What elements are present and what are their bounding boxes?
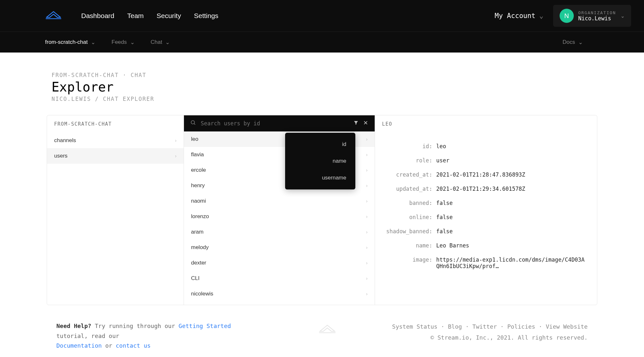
footer-link[interactable]: Blog	[448, 323, 462, 330]
detail-row: updated_at:2021-02-01T21:29:34.601578Z	[385, 182, 587, 196]
chevron-right-icon: ›	[366, 229, 368, 235]
filter-icon[interactable]	[353, 120, 359, 127]
user-row[interactable]: melody›	[184, 240, 375, 255]
chevron-right-icon: ›	[366, 168, 368, 173]
users-column: id name username leo›flavia›ercole›henry…	[184, 115, 375, 305]
detail-row: banned:false	[385, 196, 587, 210]
footer-link[interactable]: System Status	[392, 323, 437, 330]
detail-value: 2021-02-01T21:29:34.601578Z	[436, 186, 525, 192]
detail-row: created_at:2021-02-01T21:28:47.836893Z	[385, 168, 587, 182]
detail-row: image:https://media-exp1.licdn.com/dms/i…	[385, 253, 587, 273]
docs-dropdown[interactable]: Docs⌄	[562, 39, 583, 46]
chevron-right-icon: ›	[366, 152, 368, 157]
dropdown-item-name[interactable]: name	[285, 153, 355, 169]
footer-help: Need Help? Try running through our Getti…	[56, 321, 263, 351]
list-item-channels[interactable]: channels›	[47, 133, 184, 148]
detail-value: false	[436, 228, 453, 235]
nav-dashboard[interactable]: Dashboard	[81, 12, 114, 20]
detail-column: LEO id:leorole:usercreated_at:2021-02-01…	[375, 115, 597, 305]
footer-link[interactable]: View Website	[546, 323, 588, 330]
account-dropdown[interactable]: My Account ⌄	[495, 12, 543, 20]
chevron-right-icon: ›	[366, 183, 368, 188]
svg-point-0	[191, 121, 195, 124]
detail-key: shadow_banned:	[385, 228, 436, 235]
detail-row: online:false	[385, 210, 587, 224]
nav-team[interactable]: Team	[127, 12, 144, 20]
detail-value: false	[436, 214, 453, 220]
chevron-down-icon: ⌄	[578, 39, 583, 46]
feeds-dropdown[interactable]: Feeds⌄	[111, 39, 134, 46]
user-row[interactable]: naomi›	[184, 193, 375, 209]
dropdown-item-username[interactable]: username	[285, 169, 355, 186]
detail-value: leo	[436, 143, 446, 150]
detail-value: user	[436, 157, 449, 164]
detail-row: id:leo	[385, 139, 587, 153]
dropdown-item-id[interactable]: id	[285, 136, 355, 153]
user-row[interactable]: CLI›	[184, 271, 375, 286]
search-bar	[184, 115, 375, 131]
detail-value: https://media-exp1.licdn.com/dms/image/C…	[436, 256, 587, 269]
org-switcher[interactable]: N ORGANIZATION Nico.Lewis ⌄	[553, 5, 631, 27]
chevron-right-icon: ›	[175, 138, 177, 143]
chevron-right-icon: ›	[366, 260, 368, 265]
chevron-right-icon: ›	[175, 153, 177, 159]
user-row[interactable]: nicolewis›	[184, 286, 375, 302]
detail-row: name:Leo Barnes	[385, 238, 587, 253]
user-row[interactable]: aram›	[184, 224, 375, 240]
detail-row: shadow_banned:false	[385, 224, 587, 238]
detail-key: role:	[385, 157, 436, 164]
svg-line-1	[194, 123, 195, 125]
detail-key: image:	[385, 256, 436, 269]
detail-key: banned:	[385, 200, 436, 206]
chevron-right-icon: ›	[366, 214, 368, 219]
close-icon[interactable]	[363, 120, 368, 127]
page-subtitle: NICO.LEWIS / CHAT EXPLORER	[52, 96, 592, 102]
nav-settings[interactable]: Settings	[194, 12, 218, 20]
chevron-down-icon: ⌄	[620, 13, 625, 19]
org-name: Nico.Lewis	[578, 15, 616, 22]
chevron-down-icon: ⌄	[91, 39, 95, 46]
chevron-down-icon: ⌄	[165, 39, 170, 46]
detail-key: online:	[385, 214, 436, 220]
detail-key: created_at:	[385, 171, 436, 178]
sub-nav: from-scratch-chat⌄ Feeds⌄ Chat⌄ Docs⌄	[0, 32, 644, 53]
contact-us-link[interactable]: contact us	[116, 342, 150, 349]
chevron-down-icon: ⌄	[130, 39, 135, 46]
detail-value: 2021-02-01T21:28:47.836893Z	[436, 171, 525, 178]
search-icon	[190, 120, 196, 127]
footer-logo	[263, 321, 392, 351]
getting-started-link[interactable]: Getting Started	[178, 323, 231, 329]
page-header: FROM-SCRATCH-CHAT · CHAT Explorer NICO.L…	[0, 53, 644, 115]
detail-key: name:	[385, 242, 436, 249]
org-avatar: N	[560, 9, 574, 23]
chevron-right-icon: ›	[366, 198, 368, 204]
chevron-right-icon: ›	[366, 245, 368, 250]
user-row[interactable]: dexter›	[184, 255, 375, 271]
user-row[interactable]: lorenzo›	[184, 209, 375, 224]
top-nav: Dashboard Team Security Settings My Acco…	[0, 0, 644, 32]
project-dropdown[interactable]: from-scratch-chat⌄	[45, 39, 95, 46]
detail-key: updated_at:	[385, 186, 436, 192]
org-label: ORGANIZATION	[578, 10, 616, 15]
search-input[interactable]	[201, 120, 349, 127]
column-title: LEO	[375, 115, 597, 133]
chevron-right-icon: ›	[366, 276, 368, 281]
footer: Need Help? Try running through our Getti…	[0, 305, 644, 351]
nav-security[interactable]: Security	[157, 12, 181, 20]
chat-dropdown[interactable]: Chat⌄	[151, 39, 170, 46]
detail-key: id:	[385, 143, 436, 150]
collection-column: FROM-SCRATCH-CHAT channels› users›	[47, 115, 184, 305]
documentation-link[interactable]: Documentation	[56, 342, 102, 349]
list-item-users[interactable]: users›	[47, 148, 184, 164]
filter-dropdown: id name username	[285, 133, 355, 189]
page-title: Explorer	[52, 80, 592, 94]
chevron-right-icon: ›	[366, 137, 368, 142]
detail-row: role:user	[385, 153, 587, 168]
chevron-down-icon: ⌄	[539, 12, 543, 20]
explorer-panels: FROM-SCRATCH-CHAT channels› users› id na…	[47, 115, 597, 305]
footer-link[interactable]: Policies	[507, 323, 535, 330]
footer-link[interactable]: Twitter	[472, 323, 497, 330]
detail-value: Leo Barnes	[436, 242, 469, 249]
breadcrumb: FROM-SCRATCH-CHAT · CHAT	[52, 72, 592, 78]
logo[interactable]	[45, 10, 62, 22]
